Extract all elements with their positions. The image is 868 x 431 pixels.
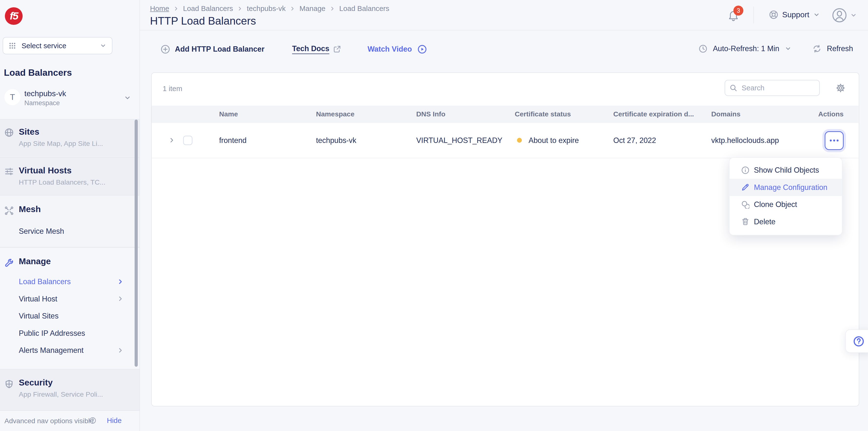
row-actions-button[interactable] xyxy=(825,131,843,150)
play-circle-icon xyxy=(417,44,427,54)
column-header-certificate-status[interactable]: Certificate status xyxy=(515,110,571,118)
sidebar-item-sites[interactable]: Sites App Site Map, App Site Li... xyxy=(0,120,140,157)
column-header-certificate-expiration[interactable]: Certificate expiration d... xyxy=(613,110,694,118)
chevron-down-icon xyxy=(813,11,820,18)
mesh-icon xyxy=(4,206,14,216)
sidebar-item-alerts-management[interactable]: Alerts Management xyxy=(19,346,84,355)
column-header-name[interactable]: Name xyxy=(219,110,238,118)
notification-badge: 3 xyxy=(734,6,743,16)
chevron-right-icon xyxy=(329,6,335,12)
refresh-button[interactable]: Refresh xyxy=(827,44,853,53)
breadcrumb-item[interactable]: Load Balancers xyxy=(339,4,389,13)
sidebar-item-virtual-hosts[interactable]: Virtual Hosts HTTP Load Balancers, TC... xyxy=(0,158,140,195)
chevron-right-icon xyxy=(237,6,243,12)
cell-name[interactable]: frontend xyxy=(219,136,247,145)
wrench-icon xyxy=(4,258,14,268)
namespace-type-label: Namespace xyxy=(24,99,60,107)
globe-icon xyxy=(4,128,14,137)
header-divider xyxy=(753,7,754,23)
chevron-down-icon xyxy=(100,42,106,49)
sidebar: f5 Select service Load Balancers T techp… xyxy=(0,0,140,431)
trash-icon xyxy=(741,217,749,226)
menu-item-label: Show Child Objects xyxy=(754,166,819,175)
chevron-down-icon xyxy=(124,94,131,101)
table-search[interactable] xyxy=(725,80,820,96)
namespace-selector[interactable]: T techpubs-vk Namespace xyxy=(0,87,140,111)
expand-row-icon[interactable] xyxy=(168,136,176,144)
user-avatar-icon xyxy=(832,8,847,23)
chevron-right-icon[interactable] xyxy=(117,295,124,302)
cell-dns-info: VIRTUAL_HOST_READY xyxy=(416,136,502,145)
chevron-right-icon xyxy=(289,6,296,12)
sidebar-item-virtual-host[interactable]: Virtual Host xyxy=(19,295,57,303)
plus-circle-icon xyxy=(161,44,170,54)
sidebar-item-security[interactable]: Security App Firewall, Service Poli... xyxy=(0,369,140,410)
sidebar-item-load-balancers[interactable]: Load Balancers xyxy=(19,277,70,286)
sidebar-item-label: Virtual Hosts xyxy=(19,165,71,175)
tech-docs-label: Tech Docs xyxy=(292,44,329,54)
auto-refresh-selector[interactable]: Auto-Refresh: 1 Min xyxy=(713,44,779,53)
sidebar-scrollbar[interactable] xyxy=(134,120,138,367)
advanced-nav-label: Advanced nav options visible xyxy=(4,417,93,425)
sidebar-item-subtitle: App Site Map, App Site Li... xyxy=(19,140,103,148)
namespace-name: techpubs-vk xyxy=(24,89,66,98)
shield-icon xyxy=(4,379,14,389)
certificate-status-dot xyxy=(517,138,522,143)
support-menu[interactable]: Support xyxy=(769,10,820,20)
sidebar-group-manage: Manage Load Balancers Virtual Host Virtu… xyxy=(0,248,140,369)
breadcrumb-item[interactable]: Load Balancers xyxy=(183,4,233,13)
namespace-avatar: T xyxy=(4,89,21,105)
breadcrumb-item[interactable]: techpubs-vk xyxy=(247,4,285,13)
table-header-row: Name Namespace DNS Info Certificate stat… xyxy=(152,106,859,123)
watch-video-link[interactable]: Watch Video xyxy=(368,44,427,54)
chevron-right-icon[interactable] xyxy=(117,347,124,354)
menu-item-clone-object[interactable]: Clone Object xyxy=(730,196,842,213)
clone-icon xyxy=(741,201,749,209)
search-input[interactable] xyxy=(742,84,814,92)
row-checkbox[interactable] xyxy=(183,135,192,145)
refresh-icon xyxy=(812,44,821,53)
column-header-namespace[interactable]: Namespace xyxy=(316,110,354,118)
sidebar-item-subtitle: App Firewall, Service Poli... xyxy=(19,390,103,398)
gear-icon[interactable] xyxy=(836,83,845,93)
add-button-label: Add HTTP Load Balancer xyxy=(175,45,265,54)
menu-item-label: Clone Object xyxy=(754,200,797,209)
tech-docs-link[interactable]: Tech Docs xyxy=(292,44,341,54)
grid-icon xyxy=(9,42,16,50)
sidebar-group-title: Manage xyxy=(19,256,51,266)
user-menu[interactable] xyxy=(832,8,857,23)
sidebar-group-title: Mesh xyxy=(19,204,41,214)
sidebar-item-label: Sites xyxy=(19,127,39,136)
sidebar-item-virtual-sites[interactable]: Virtual Sites xyxy=(19,312,58,320)
menu-item-label: Delete xyxy=(754,217,775,226)
chevron-down-icon[interactable] xyxy=(785,45,791,52)
pencil-icon xyxy=(741,183,749,191)
sidebar-item-service-mesh[interactable]: Service Mesh xyxy=(19,227,64,236)
question-circle-icon xyxy=(853,336,865,347)
column-header-domains[interactable]: Domains xyxy=(711,110,740,118)
help-circle-icon xyxy=(89,417,96,424)
external-link-icon xyxy=(333,45,341,53)
info-circle-icon xyxy=(741,166,749,174)
help-button[interactable] xyxy=(845,330,868,353)
table-row[interactable]: frontend techpubs-vk VIRTUAL_HOST_READY … xyxy=(152,123,859,158)
menu-item-label: Manage Configuration xyxy=(754,183,827,192)
menu-item-manage-configuration[interactable]: Manage Configuration xyxy=(730,179,842,196)
breadcrumb-item[interactable]: Manage xyxy=(300,4,326,13)
menu-item-show-child-objects[interactable]: Show Child Objects xyxy=(730,162,842,179)
breadcrumb: Home Load Balancers techpubs-vk Manage L… xyxy=(150,4,389,13)
column-header-actions: Actions xyxy=(794,110,844,118)
items-count: 1 item xyxy=(163,85,182,93)
sidebar-item-public-ip-addresses[interactable]: Public IP Addresses xyxy=(19,329,85,338)
breadcrumb-home[interactable]: Home xyxy=(150,4,169,13)
hide-link[interactable]: Hide xyxy=(107,417,122,425)
select-service-dropdown[interactable]: Select service xyxy=(3,37,112,54)
app-root: f5 Select service Load Balancers T techp… xyxy=(0,0,868,431)
sidebar-item-subtitle: HTTP Load Balancers, TC... xyxy=(19,178,105,186)
chevron-right-icon[interactable] xyxy=(117,278,124,285)
menu-item-delete[interactable]: Delete xyxy=(730,213,842,230)
column-header-dns-info[interactable]: DNS Info xyxy=(416,110,445,118)
load-balancers-table-card: 1 item Name Namespace DNS Info Certifica… xyxy=(151,72,859,406)
row-actions-menu: Show Child Objects Manage Configuration … xyxy=(729,157,842,236)
add-http-load-balancer-button[interactable]: Add HTTP Load Balancer xyxy=(161,44,265,54)
